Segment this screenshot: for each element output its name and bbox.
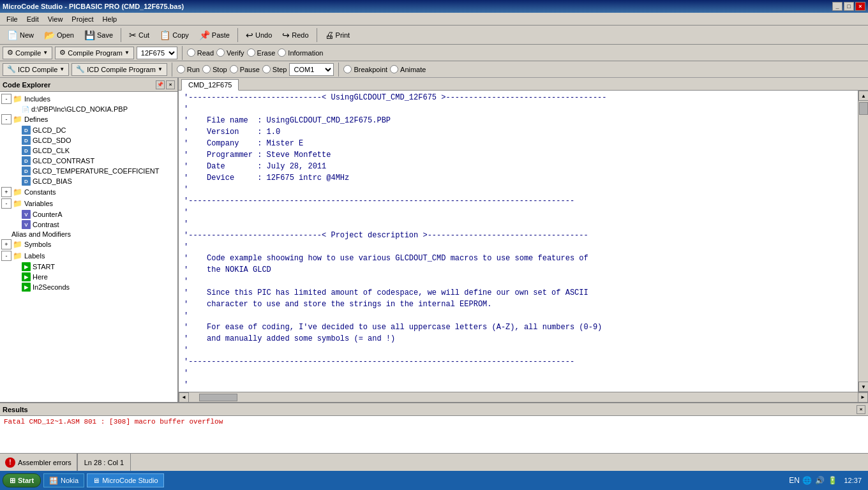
vertical-scrollbar[interactable]: ▲ ▼ <box>858 91 868 392</box>
compile-program-button[interactable]: ⚙ Compile Program ▼ <box>55 47 134 59</box>
glcd-contrast-label: GLCD_CONTRAST <box>33 157 94 165</box>
verify-radio[interactable]: Verify <box>216 48 244 57</box>
cut-button[interactable]: ✂ Cut <box>124 28 154 42</box>
code-explorer-header: Code Explorer 📌 × <box>0 78 177 92</box>
tree-item-defines[interactable]: - 📁 Defines <box>0 114 177 125</box>
icd-compile-button[interactable]: 🔧 ICD Compile ▼ <box>3 63 69 76</box>
main-toolbar: 📄 New 📂 Open 💾 Save ✂ Cut 📋 Copy 📌 Paste… <box>0 26 868 45</box>
open-button[interactable]: 📂 Open <box>40 28 79 42</box>
compile-button[interactable]: ⚙ Compile ▼ <box>3 47 52 59</box>
information-radio[interactable]: Information <box>278 48 323 57</box>
tab-cmd12f675[interactable]: CMD_12F675 <box>181 79 239 91</box>
expand-variables[interactable]: - <box>1 198 11 209</box>
tree-item-start[interactable]: ▶ START <box>0 262 177 272</box>
tree-item-contrast[interactable]: V Contrast <box>0 219 177 230</box>
close-button[interactable]: × <box>855 2 865 11</box>
save-button[interactable]: 💾 Save <box>80 28 117 42</box>
define-icon-dc: D <box>22 126 31 135</box>
print-icon: 🖨 <box>325 30 334 40</box>
code-content[interactable]: '-----------------------------< UsingGLC… <box>179 91 858 392</box>
results-header: Results × <box>0 403 868 416</box>
paste-button[interactable]: 📌 Paste <box>195 28 234 42</box>
menu-help[interactable]: Help <box>99 14 121 24</box>
pause-radio[interactable]: Pause <box>230 65 260 73</box>
results-close-button[interactable]: × <box>857 405 865 414</box>
tree-item-glcd-dc[interactable]: D GLCD_DC <box>0 125 177 135</box>
code-text[interactable]: '-----------------------------< UsingGLC… <box>179 91 858 392</box>
tree-item-glcd-temp[interactable]: D GLCD_TEMPERATURE_COEFFICIENT <box>0 166 177 176</box>
tree-item-in2seconds[interactable]: ▶ In2Seconds <box>0 282 177 292</box>
vscroll-thumb[interactable] <box>859 102 868 115</box>
compile-icon: ⚙ <box>7 48 13 57</box>
tree-item-labels[interactable]: - 📁 Labels <box>0 250 177 262</box>
volume-icon: 🔊 <box>814 475 825 486</box>
tree-item-countera[interactable]: V CounterA <box>0 209 177 219</box>
glcd-sdo-label: GLCD_SDO <box>33 137 71 144</box>
menu-project[interactable]: Project <box>68 14 97 24</box>
scroll-up-arrow[interactable]: ▲ <box>858 91 868 101</box>
copy-button[interactable]: 📋 Copy <box>155 28 193 42</box>
tree-item-glcd-clk[interactable]: D GLCD_CLK <box>0 145 177 156</box>
maximize-button[interactable]: □ <box>844 2 854 11</box>
step-radio[interactable]: Step <box>262 65 287 73</box>
scroll-down-arrow[interactable]: ▼ <box>858 382 868 392</box>
undo-button[interactable]: ↩ Undo <box>241 28 276 42</box>
hscroll-thumb[interactable] <box>199 394 237 401</box>
menu-view[interactable]: View <box>44 14 67 24</box>
erase-radio[interactable]: Erase <box>247 48 276 57</box>
minimize-button[interactable]: _ <box>832 2 842 11</box>
chip-select[interactable]: 12F675 <box>137 47 177 59</box>
expand-symbols[interactable]: + <box>1 239 11 249</box>
scroll-right-arrow[interactable]: ► <box>858 392 868 403</box>
tree-item-variables[interactable]: - 📁 Variables <box>0 198 177 209</box>
separator-5 <box>172 63 172 77</box>
expand-constants[interactable]: + <box>1 187 11 197</box>
tree-item-glcd-contrast[interactable]: D GLCD_CONTRAST <box>0 156 177 166</box>
tree-item-includes[interactable]: - 📁 Includes <box>0 93 177 105</box>
tree-item-glcd-bias[interactable]: D GLCD_BIAS <box>0 176 177 186</box>
tree-item-here[interactable]: ▶ Here <box>0 272 177 282</box>
panel-close-button[interactable]: × <box>166 80 175 89</box>
separator-1 <box>121 28 121 42</box>
label-icon-start: ▶ <box>22 262 31 271</box>
new-button[interactable]: 📄 New <box>3 28 38 42</box>
redo-button[interactable]: ↪ Redo <box>278 28 313 42</box>
taskbar-microcode[interactable]: 🖥 MicroCode Studio <box>87 473 163 487</box>
folder-icon-defines: 📁 <box>13 115 22 124</box>
results-controls: × <box>857 405 865 414</box>
com-port-select[interactable]: COM1 <box>289 63 334 76</box>
animate-radio[interactable]: Animate <box>390 65 426 73</box>
horizontal-scrollbar[interactable]: ◄ ► <box>179 392 868 402</box>
tree-item-alias[interactable]: Alias and Modifiers <box>0 230 177 239</box>
tree-view[interactable]: - 📁 Includes 📄 d:\PBP\Inc\GLCD_NOKIA.PBP… <box>0 92 177 402</box>
run-radio[interactable]: Run <box>177 65 200 73</box>
status-bar: ! Assembler errors Ln 28 : Col 1 <box>0 453 868 471</box>
title-controls: _ □ × <box>832 2 865 11</box>
icd-compile-program-button[interactable]: 🔧 ICD Compile Program ▼ <box>71 63 167 76</box>
taskbar-nokia[interactable]: 🪟 Nokia <box>43 473 84 487</box>
expand-includes[interactable]: - <box>1 94 11 104</box>
expand-labels[interactable]: - <box>1 251 11 261</box>
print-button[interactable]: 🖨 Print <box>320 28 355 42</box>
tree-item-constants[interactable]: + 📁 Constants <box>0 186 177 198</box>
tree-item-symbols[interactable]: + 📁 Symbols <box>0 239 177 250</box>
read-radio[interactable]: Read <box>187 48 214 57</box>
define-icon-contrast: D <box>22 156 31 165</box>
expand-defines[interactable]: - <box>1 114 11 124</box>
scroll-left-arrow[interactable]: ◄ <box>179 392 189 403</box>
glcd-temp-label: GLCD_TEMPERATURE_COEFFICIENT <box>33 167 159 175</box>
ln-col-section: Ln 28 : Col 1 <box>77 454 131 471</box>
constants-label: Constants <box>24 188 56 196</box>
tree-item-glcd-sdo[interactable]: D GLCD_SDO <box>0 135 177 145</box>
stop-radio[interactable]: Stop <box>202 65 227 73</box>
results-error-text: Fatal CMD_12~1.ASM 801 : [308] macro buf… <box>4 418 223 426</box>
status-error: ! Assembler errors <box>5 457 71 468</box>
panel-pin-button[interactable]: 📌 <box>156 80 165 89</box>
compile-toolbar: ⚙ Compile ▼ ⚙ Compile Program ▼ 12F675 R… <box>0 45 868 61</box>
start-button[interactable]: ⊞ Start <box>3 473 41 487</box>
tree-item-inc-file[interactable]: 📄 d:\PBP\Inc\GLCD_NOKIA.PBP <box>0 105 177 114</box>
menu-file[interactable]: File <box>3 14 22 24</box>
breakpoint-radio[interactable]: Breakpoint <box>343 65 387 73</box>
menu-edit[interactable]: Edit <box>23 14 43 24</box>
open-icon: 📂 <box>44 30 55 40</box>
